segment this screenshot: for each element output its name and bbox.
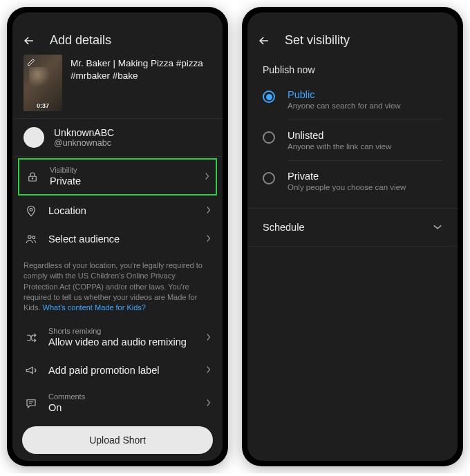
svg-point-1: [32, 178, 33, 180]
back-icon[interactable]: [22, 34, 36, 48]
audience-row[interactable]: Select audience: [12, 225, 223, 254]
screen-set-visibility: Set visibility Publish now Public Anyone…: [247, 12, 458, 461]
phone-left: Add details 0:37 Mr. Baker | Making Pizz…: [7, 7, 228, 466]
radio-selected-icon: [263, 91, 275, 103]
location-row[interactable]: Location: [12, 197, 223, 225]
page-title: Add details: [50, 33, 111, 48]
remixing-row[interactable]: Shorts remixing Allow video and audio re…: [12, 319, 223, 356]
option-unlisted[interactable]: Unlisted Anyone with the link can view: [247, 120, 458, 160]
legal-text: Regardless of your location, you're lega…: [12, 254, 223, 319]
visibility-value: Private: [50, 175, 195, 188]
account-row[interactable]: UnknownABC @unknownabc: [12, 119, 223, 156]
option-title: Unlisted: [288, 130, 391, 141]
chevron-right-icon: [206, 233, 212, 245]
remix-icon: [24, 332, 39, 344]
megaphone-icon: [24, 364, 39, 377]
comments-row[interactable]: Comments On: [12, 385, 223, 422]
option-desc: Anyone can search for and view: [288, 102, 401, 110]
schedule-label: Schedule: [263, 222, 304, 233]
comments-value: On: [48, 401, 196, 415]
page-title: Set visibility: [285, 33, 350, 48]
account-handle: @unknownabc: [54, 138, 114, 148]
screen-add-details: Add details 0:37 Mr. Baker | Making Pizz…: [12, 12, 223, 461]
chevron-right-icon: [205, 171, 210, 183]
video-info: 0:37 Mr. Baker | Making Pizza #pizza #mr…: [12, 55, 223, 118]
remix-value: Allow video and audio remixing: [48, 336, 196, 349]
schedule-row[interactable]: Schedule: [247, 209, 458, 246]
phone-right: Set visibility Publish now Public Anyone…: [242, 7, 463, 466]
video-thumbnail[interactable]: 0:37: [24, 55, 62, 111]
option-private[interactable]: Private Only people you choose can view: [247, 161, 458, 201]
radio-icon: [263, 172, 275, 184]
svg-point-4: [32, 236, 35, 239]
promotion-row[interactable]: Add paid promotion label: [12, 356, 223, 385]
video-title[interactable]: Mr. Baker | Making Pizza #pizza #mrbaker…: [70, 55, 212, 111]
chevron-down-icon: [433, 221, 442, 234]
people-icon: [24, 233, 39, 245]
chevron-right-icon: [206, 397, 212, 410]
chevron-right-icon: [206, 364, 212, 377]
option-desc: Anyone with the link can view: [288, 142, 391, 151]
publish-now-label: Publish now: [247, 55, 458, 79]
comment-icon: [24, 397, 39, 410]
radio-icon: [263, 131, 275, 144]
remix-label: Shorts remixing: [48, 327, 196, 336]
promotion-label: Add paid promotion label: [48, 364, 196, 377]
visibility-row[interactable]: Visibility Private: [18, 158, 217, 196]
account-name: UnknownABC: [54, 127, 114, 138]
audience-label: Select audience: [48, 233, 196, 246]
lock-icon: [25, 171, 40, 183]
option-title: Private: [288, 171, 406, 182]
legal-link[interactable]: What's content Made for Kids?: [43, 303, 146, 312]
visibility-label: Visibility: [50, 166, 195, 175]
location-icon: [24, 204, 39, 217]
option-title: Public: [288, 89, 401, 100]
header: Add details: [12, 25, 223, 55]
option-desc: Only people you choose can view: [288, 183, 406, 191]
back-icon[interactable]: [257, 34, 271, 48]
header: Set visibility: [247, 25, 458, 55]
avatar: [24, 127, 44, 148]
option-public[interactable]: Public Anyone can search for and view: [247, 79, 458, 120]
chevron-right-icon: [206, 332, 212, 344]
pencil-icon: [26, 57, 36, 67]
location-label: Location: [48, 204, 196, 218]
video-duration: 0:37: [37, 102, 49, 109]
svg-point-2: [30, 209, 32, 211]
svg-point-3: [28, 236, 32, 239]
comments-label: Comments: [48, 392, 196, 401]
upload-short-button[interactable]: Upload Short: [22, 426, 213, 454]
chevron-right-icon: [206, 204, 212, 217]
